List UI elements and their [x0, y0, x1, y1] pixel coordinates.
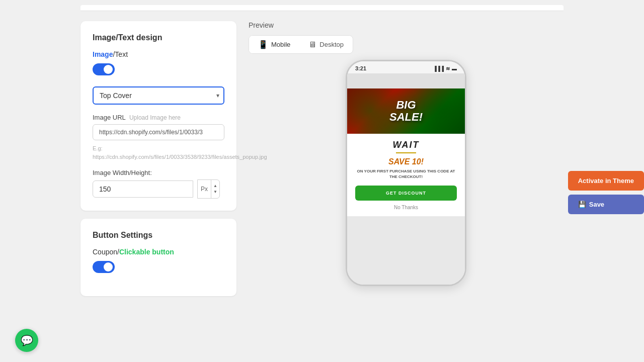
- decrement-button[interactable]: ▼: [211, 189, 219, 195]
- popup-save-text: SAVE 10!: [355, 157, 457, 166]
- px-label: Px: [198, 180, 211, 198]
- tab-desktop-label: Desktop: [319, 41, 344, 48]
- tab-mobile-label: Mobile: [271, 41, 290, 48]
- coupon-label-normal: Coupon/: [93, 248, 119, 256]
- save-label: Save: [589, 201, 604, 208]
- popup-no-thanks[interactable]: No Thanks: [355, 205, 457, 210]
- image-text-design-card: Image/Text design Image/Text Top Cover B…: [80, 21, 236, 211]
- dimension-input[interactable]: [93, 180, 193, 198]
- button-settings-title: Button Settings: [93, 231, 224, 240]
- button-toggle[interactable]: [93, 261, 115, 273]
- phone-time: 3:21: [355, 65, 366, 71]
- px-arrows: ▲ ▼: [211, 183, 219, 195]
- image-label: Image: [93, 50, 113, 58]
- chat-bubble[interactable]: 💬: [15, 329, 38, 352]
- url-example: E.g: https://cdn.shopify.com/s/files/1/0…: [93, 144, 224, 161]
- tab-mobile[interactable]: 📱 Mobile: [249, 36, 299, 53]
- phone-frame: 3:21 ▐▐▐ ≋ ▬: [346, 60, 466, 286]
- phone-bg-top: [347, 73, 465, 88]
- popup-discount-button[interactable]: GET DISCOUNT: [355, 186, 457, 201]
- battery-icon: ▬: [452, 66, 457, 71]
- image-text-toggle-label: Image/Text: [93, 50, 224, 58]
- phone-content: BIG SALE! WAIT SAVE 10! ON YOUR FIRST PU…: [347, 73, 465, 285]
- activate-in-theme-button[interactable]: Activate in Theme: [568, 171, 644, 191]
- mobile-icon: 📱: [258, 40, 268, 49]
- px-unit: Px ▲ ▼: [197, 179, 220, 199]
- image-url-input[interactable]: [93, 124, 224, 140]
- popup-description: ON YOUR FIRST PURCHASE USING THIS CODE A…: [355, 168, 457, 179]
- save-button[interactable]: 💾 Save: [568, 195, 644, 214]
- preview-label: Preview: [249, 21, 564, 29]
- clickable-label: Clickable button: [119, 248, 174, 256]
- phone-container: 3:21 ▐▐▐ ≋ ▬: [249, 60, 564, 352]
- phone-status-bar: 3:21 ▐▐▐ ≋ ▬: [347, 61, 465, 73]
- popup-body: WAIT SAVE 10! ON YOUR FIRST PURCHASE USI…: [347, 134, 465, 216]
- text-label: /Text: [113, 50, 128, 58]
- image-text-title: Image/Text design: [93, 33, 224, 42]
- dimension-label: Image Width/Height:: [93, 169, 224, 176]
- top-divider: [80, 5, 564, 11]
- left-panel: Image/Text design Image/Text Top Cover B…: [80, 21, 236, 352]
- increment-button[interactable]: ▲: [211, 183, 219, 189]
- desktop-icon: 🖥: [308, 40, 316, 49]
- toggle-slider: [93, 63, 115, 75]
- floating-buttons: Activate in Theme 💾 Save: [568, 171, 644, 214]
- tab-desktop[interactable]: 🖥 Desktop: [299, 36, 353, 53]
- signal-icon: ▐▐▐: [433, 66, 444, 71]
- cover-select-wrapper: Top Cover Bottom Cover Left Cover Right …: [93, 86, 224, 105]
- coupon-toggle-label: Coupon/Clickable button: [93, 248, 224, 256]
- save-icon: 💾: [578, 201, 586, 208]
- popup-divider: [396, 152, 416, 153]
- cover-select[interactable]: Top Cover Bottom Cover Left Cover Right …: [93, 86, 224, 105]
- popup-image: BIG SALE!: [347, 88, 465, 134]
- image-url-label: Image URL Upload Image here: [93, 114, 224, 121]
- right-panel: Preview 📱 Mobile 🖥 Desktop 3:21 ▐▐▐: [249, 21, 564, 352]
- wifi-icon: ≋: [446, 66, 450, 71]
- button-settings-card: Button Settings Coupon/Clickable button: [80, 219, 236, 296]
- popup-wait-text: WAIT: [355, 140, 457, 150]
- big-sale-text: BIG SALE!: [389, 99, 423, 123]
- chat-icon: 💬: [21, 334, 33, 346]
- status-icons: ▐▐▐ ≋ ▬: [433, 66, 457, 71]
- popup: BIG SALE! WAIT SAVE 10! ON YOUR FIRST PU…: [347, 88, 465, 216]
- preview-tabs: 📱 Mobile 🖥 Desktop: [249, 35, 353, 54]
- button-toggle-slider: [93, 261, 115, 273]
- dimension-row: Px ▲ ▼: [93, 179, 224, 199]
- image-text-toggle[interactable]: [93, 63, 115, 75]
- upload-link[interactable]: Upload Image here: [129, 114, 181, 121]
